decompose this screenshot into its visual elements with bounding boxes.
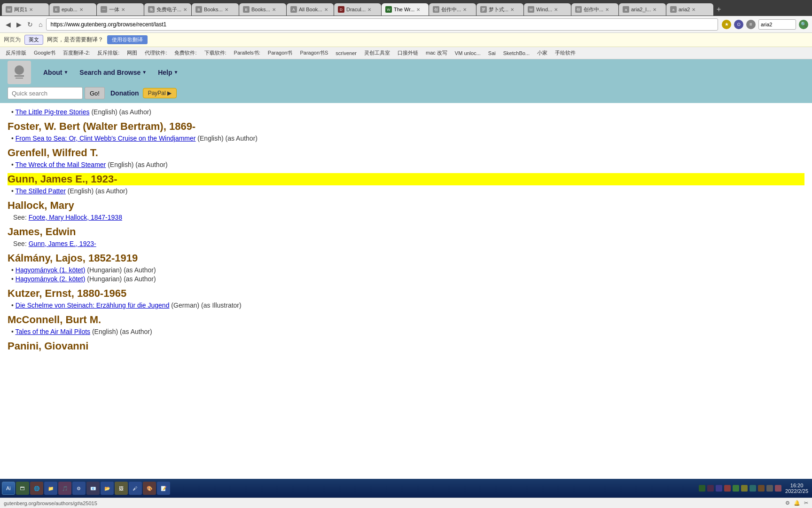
see-james: See: Gunn, James E., 1923- — [13, 240, 804, 247]
bookmark-scrivener[interactable]: scrivener — [334, 50, 359, 56]
see-hallock-link[interactable]: Foote, Mary Hallock, 1847-1938 — [29, 214, 122, 221]
bookmark-lingchuang[interactable]: 灵创工具室 — [362, 49, 392, 56]
author-gunn[interactable]: Gunn, James E., 1923- — [8, 173, 804, 185]
tab-7[interactable]: A All Book... ✕ — [287, 3, 334, 16]
reload-button[interactable]: ↻ — [25, 20, 35, 29]
tab-9[interactable]: W The Wr... ✕ — [382, 3, 429, 16]
tab-4[interactable]: 免 免费电子... ✕ — [144, 3, 191, 16]
book-link-grenfell-1[interactable]: The Wreck of the Mail Steamer — [16, 161, 106, 168]
tab-close-11[interactable]: ✕ — [510, 7, 514, 12]
tab-15[interactable]: a aria2 ✕ — [666, 3, 713, 16]
browser-search-input[interactable] — [758, 19, 796, 30]
search-browse-menu[interactable]: Search and Browse ▼ — [75, 66, 151, 79]
tab-close-10[interactable]: ✕ — [463, 7, 467, 12]
back-button[interactable]: ◀ — [4, 20, 13, 29]
author-foster[interactable]: Foster, W. Bert (Walter Bertram), 1869- — [8, 120, 804, 133]
tab-3[interactable]: 一 一体 ✕ — [97, 3, 144, 16]
tab-5[interactable]: B Books... ✕ — [192, 3, 239, 16]
tab-2[interactable]: E epub... ✕ — [49, 3, 96, 16]
site-header: About ▼ Search and Browse ▼ Help ▼ — [0, 59, 812, 85]
tab-11[interactable]: 梦 梦卜式... ✕ — [476, 3, 523, 16]
bookmark-sai[interactable]: Sai — [486, 50, 498, 56]
bookmark-mianshuanjian[interactable]: 免费软件: — [172, 49, 198, 56]
tab-favicon-5: B — [195, 6, 202, 13]
bookmark-dairishruanjian[interactable]: 代理软件: — [143, 49, 169, 56]
bookmark-mac[interactable]: mac 改写 — [424, 49, 449, 56]
url-bar[interactable] — [46, 18, 718, 31]
tab-label-6: Books... — [251, 7, 270, 12]
book-link-foster-1[interactable]: From Sea to Sea: Or, Clint Webb's Cruise… — [16, 135, 196, 142]
search-browse-label: Search and Browse — [79, 69, 141, 76]
tab-close-12[interactable]: ✕ — [554, 7, 558, 12]
search-icon[interactable]: 🔍 — [799, 20, 808, 29]
tab-13[interactable]: 创 创作中... ✕ — [571, 3, 618, 16]
bookmark-xiaojia[interactable]: 小家 — [535, 49, 549, 56]
tab-close-7[interactable]: ✕ — [324, 7, 328, 12]
bookmark-xiazaisoftware[interactable]: 下载软件: — [203, 49, 228, 56]
menu-icon[interactable]: ≡ — [746, 20, 756, 29]
search-input[interactable] — [8, 87, 83, 99]
tab-favicon-4: 免 — [148, 6, 155, 13]
bookmark-google[interactable]: Google书 — [32, 49, 57, 56]
see-james-link[interactable]: Gunn, James E., 1923- — [29, 240, 96, 247]
bookmark-paibanfan[interactable]: 反斥排版 — [4, 49, 28, 56]
book-link-gunn-1[interactable]: The Stilled Patter — [16, 187, 66, 195]
author-hallock[interactable]: Hallock, Mary — [8, 199, 804, 212]
tab-close-6[interactable]: ✕ — [272, 7, 276, 12]
bookmark-icon[interactable]: ⊙ — [734, 20, 743, 29]
tab-close-15[interactable]: ✕ — [692, 7, 695, 12]
book-link-kalmany-1[interactable]: Hagyományok (1. kötet) — [16, 266, 86, 274]
star-icon[interactable]: ★ — [722, 20, 731, 29]
tab-12[interactable]: W Wind... ✕ — [524, 3, 571, 16]
author-kutzer[interactable]: Kutzer, Ernst, 1880-1965 — [8, 287, 804, 300]
tab-favicon-2: E — [53, 6, 60, 13]
tab-favicon-1: W — [6, 6, 12, 13]
tab-close-4[interactable]: ✕ — [183, 7, 187, 12]
new-tab-button[interactable]: + — [714, 5, 724, 14]
author-grenfell[interactable]: Grenfell, Wilfred T. — [8, 147, 804, 159]
author-panini[interactable]: Panini, Giovanni — [8, 340, 804, 352]
intro-book-link[interactable]: The Little Pig-tree Stories — [16, 108, 90, 116]
bookmark-wangtu[interactable]: 网图 — [125, 49, 139, 56]
forward-button[interactable]: ▶ — [15, 20, 23, 29]
bookmark-baidu[interactable]: 百度翻译-2: — [61, 49, 92, 56]
book-link-kutzer-1[interactable]: Die Schelme von Steinach: Erzählung für … — [16, 302, 170, 309]
book-link-kalmany-2[interactable]: Hagyományok (2. kötet) — [16, 275, 86, 283]
tab-8[interactable]: D Dracul... ✕ — [334, 3, 381, 16]
tab-close-13[interactable]: ✕ — [605, 7, 609, 12]
bookmark-sketchbook[interactable]: SketchBo... — [501, 50, 531, 56]
bookmark-shouhui[interactable]: 手绘软件 — [553, 49, 578, 56]
author-kalmany[interactable]: Kálmány, Lajos, 1852-1919 — [8, 252, 804, 264]
tab-6[interactable]: B Books... ✕ — [239, 3, 286, 16]
tab-label-8: Dracul... — [346, 7, 366, 12]
intro-bullet: • — [11, 108, 14, 116]
tab-10[interactable]: 创 创作中... ✕ — [429, 3, 476, 16]
tab-close-9[interactable]: ✕ — [416, 7, 420, 12]
tab-close-8[interactable]: ✕ — [367, 7, 371, 12]
tab-favicon-3: 一 — [101, 6, 107, 13]
tab-close-3[interactable]: ✕ — [121, 7, 125, 12]
paypal-button[interactable]: PayPal ▶ — [143, 88, 177, 98]
search-browse-arrow-icon: ▼ — [142, 70, 147, 75]
help-menu[interactable]: Help ▼ — [153, 66, 183, 79]
tab-14[interactable]: a aria2_l... ✕ — [619, 3, 666, 16]
book-link-mcconnell-1[interactable]: Tales of the Air Mail Pilots — [16, 328, 91, 335]
tab-close-5[interactable]: ✕ — [225, 7, 228, 12]
use-google-translate-button[interactable]: 使用谷歌翻译 — [107, 35, 148, 44]
bookmark-wailianmu[interactable]: 口接外链 — [396, 49, 420, 56]
author-mcconnell[interactable]: McConnell, Burt M. — [8, 314, 804, 326]
bookmark-parallels[interactable]: Parallels书: — [232, 49, 262, 56]
bookmark-paragons[interactable]: Paragon书S — [298, 49, 330, 56]
tab-close-2[interactable]: ✕ — [79, 7, 83, 12]
home-button[interactable]: ⌂ — [37, 20, 44, 29]
tab-1[interactable]: W 网页1 ✕ — [2, 3, 49, 16]
lang-english-button[interactable]: 英文 — [24, 35, 43, 45]
tab-close-1[interactable]: ✕ — [29, 7, 33, 12]
author-james[interactable]: James, Edwin — [8, 226, 804, 238]
about-menu[interactable]: About ▼ — [39, 66, 73, 79]
bookmark-vmunloc[interactable]: VM unloc... — [453, 50, 483, 56]
tab-close-14[interactable]: ✕ — [653, 7, 656, 12]
bookmark-fanchipaibanfan2[interactable]: 反斥排版: — [95, 49, 121, 56]
go-button[interactable]: Go! — [85, 87, 105, 99]
bookmark-paragon[interactable]: Paragon书 — [266, 49, 295, 56]
